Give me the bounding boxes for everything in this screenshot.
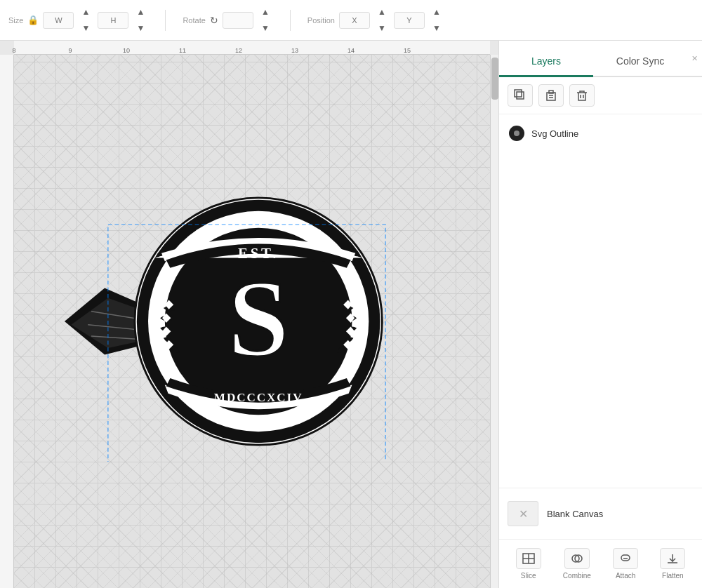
height-input[interactable]	[98, 12, 128, 29]
attach-icon	[613, 548, 638, 569]
ruler-top: 8 9 10 11 12 13 14 15	[14, 41, 490, 55]
layer-item-svg-outline[interactable]: Svg Outline	[499, 120, 702, 147]
width-down-btn[interactable]: ▼	[78, 20, 93, 36]
y-input[interactable]	[394, 12, 425, 29]
rotate-icon: ↻	[210, 15, 218, 26]
width-input[interactable]	[43, 12, 74, 29]
tab-color-sync[interactable]: Color Sync	[593, 47, 687, 77]
rotate-down-btn[interactable]: ▼	[258, 20, 273, 36]
separator-1	[165, 10, 166, 31]
ruler-tick-10: 10	[123, 47, 130, 54]
panel-tabs: Layers Color Sync ✕	[499, 41, 702, 77]
y-down-btn[interactable]: ▼	[429, 20, 444, 36]
combine-svg	[570, 552, 584, 565]
artwork-svg: EST. MDCCCXCIV	[50, 181, 387, 462]
rotate-input[interactable]	[223, 12, 253, 29]
svg-rect-12	[517, 92, 524, 99]
slice-icon	[516, 548, 541, 569]
blank-canvas-thumb: ✕	[508, 501, 538, 526]
attach-tool[interactable]: Attach	[613, 548, 638, 580]
combine-tool[interactable]: Combine	[563, 548, 591, 580]
lock-icon: 🔒	[27, 15, 39, 25]
svg-rect-15	[549, 91, 553, 93]
scroll-thumb[interactable]	[491, 58, 498, 100]
canvas-area[interactable]: 8 9 10 11 12 13 14 15	[0, 41, 498, 588]
svg-text:MDCCCXCIV: MDCCCXCIV	[214, 391, 303, 404]
svg-rect-13	[515, 90, 522, 97]
separator-2	[290, 10, 291, 31]
rotate-label: Rotate	[183, 16, 205, 25]
main-area: 8 9 10 11 12 13 14 15	[0, 41, 702, 588]
ruler-tick-12: 12	[235, 47, 242, 54]
paste-layer-btn[interactable]	[538, 84, 564, 107]
canvas-content[interactable]: EST. MDCCCXCIV	[14, 55, 490, 588]
svg-text:S: S	[227, 257, 289, 379]
x-up-btn[interactable]: ▲	[374, 4, 390, 20]
slice-label: Slice	[521, 572, 536, 580]
copy-icon	[514, 89, 526, 102]
position-label: Position	[307, 16, 335, 25]
blank-canvas-label: Blank Canvas	[547, 509, 603, 519]
ruler-tick-15: 15	[404, 47, 411, 54]
ruler-tick-13: 13	[291, 47, 298, 54]
x-down-btn[interactable]: ▼	[374, 20, 390, 36]
layer-icon	[509, 126, 524, 141]
size-label: Size	[8, 16, 23, 25]
ruler-tick-8: 8	[12, 47, 15, 54]
combine-label: Combine	[563, 572, 591, 580]
right-panel: Layers Color Sync ✕	[498, 41, 702, 588]
panel-blank-canvas: ✕ Blank Canvas	[499, 488, 702, 539]
rotate-up-btn[interactable]: ▲	[258, 4, 273, 20]
ruler-left	[0, 55, 14, 588]
attach-svg	[618, 552, 633, 565]
y-up-btn[interactable]: ▲	[429, 4, 444, 20]
height-down-btn[interactable]: ▼	[133, 20, 148, 36]
flatten-icon	[660, 548, 685, 569]
panel-toolbar	[499, 77, 702, 114]
attach-label: Attach	[616, 572, 635, 580]
slice-svg	[522, 552, 536, 565]
layer-list: Svg Outline	[499, 114, 702, 488]
toolbar: Size 🔒 ▲ ▼ ▲ ▼ Rotate ↻ ▲ ▼ Position ▲ ▼	[0, 0, 702, 41]
height-up-btn[interactable]: ▲	[133, 4, 148, 20]
delete-icon	[576, 89, 588, 102]
size-group: Size 🔒 ▲ ▼ ▲ ▼	[8, 4, 148, 36]
flatten-svg	[665, 552, 680, 565]
ruler-tick-9: 9	[68, 47, 72, 54]
delete-layer-btn[interactable]	[569, 84, 595, 107]
copy-layer-btn[interactable]	[508, 84, 533, 107]
position-group: Position ▲ ▼ ▲ ▼	[307, 4, 444, 36]
blank-canvas-x-icon: ✕	[519, 507, 528, 521]
layer-name-svg-outline: Svg Outline	[531, 128, 578, 139]
ruler-tick-11: 11	[179, 47, 186, 54]
flatten-label: Flatten	[662, 572, 684, 580]
combine-icon	[564, 548, 590, 569]
ruler-tick-14: 14	[347, 47, 355, 54]
slice-tool[interactable]: Slice	[516, 548, 541, 580]
paste-icon	[545, 89, 557, 102]
layer-icon-inner	[514, 131, 519, 136]
panel-bottom-tools: Slice Combine Attach	[499, 539, 702, 588]
rotate-group: Rotate ↻ ▲ ▼	[183, 4, 272, 36]
scroll-bar[interactable]	[490, 55, 498, 588]
tab-layers[interactable]: Layers	[499, 47, 593, 77]
width-up-btn[interactable]: ▲	[78, 4, 93, 20]
x-input[interactable]	[339, 12, 370, 29]
flatten-tool[interactable]: Flatten	[660, 548, 685, 580]
tab-close-btn[interactable]: ✕	[687, 48, 702, 69]
blank-canvas-item[interactable]: ✕ Blank Canvas	[508, 497, 694, 530]
